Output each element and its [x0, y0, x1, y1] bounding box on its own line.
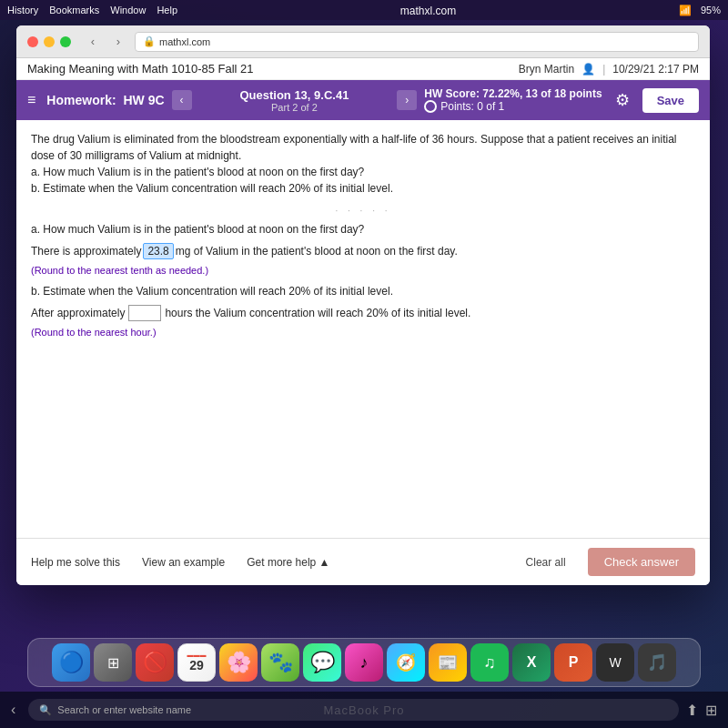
score-section: HW Score: 72.22%, 13 of 18 points Points… [424, 87, 602, 113]
battery-percent: 95% [701, 5, 721, 15]
browser-chrome: ‹ › 🔒 mathxl.com [16, 25, 710, 58]
content-area: The drug Valium is eliminated from the b… [16, 120, 710, 538]
answer-suffix-a: mg of Valium in the patient's blood at n… [176, 245, 458, 258]
datetime: 10/29/21 2:17 PM [612, 63, 699, 76]
circle-icon [424, 100, 437, 113]
mac-bottom-bar: ‹ 🔍 Search or enter website name ⬆ ⊞ [0, 692, 728, 728]
menu-help[interactable]: Help [157, 5, 177, 15]
dock-app1[interactable]: 🐾 [261, 643, 299, 682]
hw-toolbar: ≡ Homework: HW 9C ‹ Question 13, 9.C.41 … [16, 80, 710, 120]
desktop: History Bookmarks Window Help mathxl.com… [0, 0, 728, 728]
dock-nosign[interactable]: 🚫 [136, 643, 174, 682]
dock-spotify[interactable]: ♫ [470, 643, 509, 682]
menu-history[interactable]: History [7, 5, 38, 15]
mac-search-bar[interactable]: 🔍 Search or enter website name [28, 699, 679, 721]
part-a-label: a. How much Valium is in the patient's b… [31, 223, 695, 236]
clear-all-button[interactable]: Clear all [526, 556, 566, 569]
dock-excel[interactable]: X [512, 643, 551, 682]
address-bar[interactable]: 🔒 mathxl.com [135, 32, 699, 52]
lock-icon: 🔒 [143, 35, 156, 47]
menu-bookmarks[interactable]: Bookmarks [49, 5, 99, 15]
prev-question-button[interactable]: ‹ [172, 90, 192, 110]
divider: | [602, 63, 605, 76]
address-text: mathxl.com [159, 36, 210, 47]
dock-dark1[interactable]: W [596, 643, 634, 682]
divider-dots: · · · · · [31, 206, 695, 216]
menu-window[interactable]: Window [110, 5, 146, 15]
mac-menubar: History Bookmarks Window Help mathxl.com… [0, 0, 728, 20]
dock-launchpad[interactable]: ⊞ [94, 643, 132, 682]
bottom-bar: Help me solve this View an example Get m… [16, 538, 710, 585]
user-icon: 👤 [581, 63, 595, 76]
check-answer-button[interactable]: Check answer [588, 548, 695, 576]
more-help-link[interactable]: Get more help ▲ [247, 556, 329, 569]
page-header: Making Meaning with Math 1010-85 Fall 21… [16, 58, 710, 80]
mac-share-button[interactable]: ⬆ [686, 702, 698, 719]
dock-safari[interactable]: 🧭 [387, 643, 425, 682]
mac-back-button[interactable]: ‹ [11, 702, 15, 718]
dock-finder[interactable]: 🔵 [52, 643, 90, 682]
question-part: Part 2 of 2 [199, 102, 390, 113]
dock-photos[interactable]: 🌸 [219, 643, 258, 682]
username: Bryn Martin [519, 63, 574, 76]
points-line: Points: 0 of 1 [424, 100, 602, 113]
part-b-subq: b. Estimate when the Valium concentratio… [31, 182, 393, 195]
answer-prefix-a: There is approximately [31, 245, 141, 258]
wifi-icon: 📶 [679, 5, 692, 16]
points-text: Points: 0 of 1 [440, 100, 504, 113]
search-placeholder: Search or enter website name [57, 704, 191, 715]
dock-dark2[interactable]: 🎵 [638, 643, 676, 682]
view-example-link[interactable]: View an example [142, 556, 225, 569]
site-domain: mathxl.com [400, 5, 456, 17]
dock-calendar[interactable]: ▬▬▬ 29 [177, 643, 216, 682]
forward-nav-button[interactable]: › [109, 33, 127, 51]
dock-news[interactable]: 📰 [429, 643, 467, 682]
search-icon: 🔍 [39, 704, 52, 716]
mac-menubar-right: 📶 95% [679, 5, 721, 16]
hw-score: HW Score: 72.22%, 13 of 18 points [424, 87, 602, 100]
part-b-answer-line: After approximately hours the Valium con… [31, 305, 695, 321]
question-number: Question 13, 9.C.41 [199, 88, 390, 102]
menu-toggle-icon[interactable]: ≡ [27, 92, 35, 108]
homework-label: Homework: HW 9C [46, 93, 164, 107]
problem-statement: The drug Valium is eliminated from the b… [31, 131, 695, 197]
user-info: Bryn Martin 👤 | 10/29/21 2:17 PM [519, 63, 699, 76]
browser-window: ‹ › 🔒 mathxl.com Making Meaning with Mat… [16, 25, 710, 585]
page-title: Making Meaning with Math 1010-85 Fall 21 [27, 62, 254, 76]
close-button[interactable] [27, 36, 38, 47]
minimize-button[interactable] [44, 36, 55, 47]
answer-value-a: 23.8 [143, 243, 173, 259]
part-a-subq: a. How much Valium is in the patient's b… [31, 166, 364, 178]
settings-button[interactable]: ⚙ [615, 90, 630, 110]
save-button[interactable]: Save [642, 88, 699, 113]
mac-tabs-button[interactable]: ⊞ [705, 702, 717, 719]
dock-music[interactable]: ♪ [345, 643, 383, 682]
hint-text-a: (Round to the nearest tenth as needed.) [31, 265, 695, 276]
part-a-answer-line: There is approximately 23.8 mg of Valium… [31, 243, 695, 259]
next-question-button[interactable]: › [397, 90, 417, 110]
traffic-lights [27, 36, 71, 47]
hint-text-b: (Round to the nearest hour.) [31, 327, 695, 338]
dock-messages[interactable]: 💬 [303, 643, 341, 682]
question-info: Question 13, 9.C.41 Part 2 of 2 [199, 88, 390, 113]
answer-suffix-b: hours the Valium concentration will reac… [165, 307, 470, 319]
dock-ppt[interactable]: P [554, 643, 592, 682]
mac-menubar-left: History Bookmarks Window Help [7, 5, 177, 15]
help-solve-link[interactable]: Help me solve this [31, 556, 120, 569]
back-nav-button[interactable]: ‹ [84, 33, 102, 51]
answer-input-b[interactable] [128, 305, 161, 321]
menubar-center: mathxl.com [400, 2, 456, 18]
answer-prefix-b: After approximately [31, 307, 125, 319]
hw-name: HW 9C [123, 93, 164, 107]
part-b-label: b. Estimate when the Valium concentratio… [31, 285, 695, 298]
mac-dock: 🔵 ⊞ 🚫 ▬▬▬ 29 🌸 🐾 💬 ♪ 🧭 📰 ♫ X P W 🎵 [27, 638, 701, 687]
maximize-button[interactable] [60, 36, 71, 47]
